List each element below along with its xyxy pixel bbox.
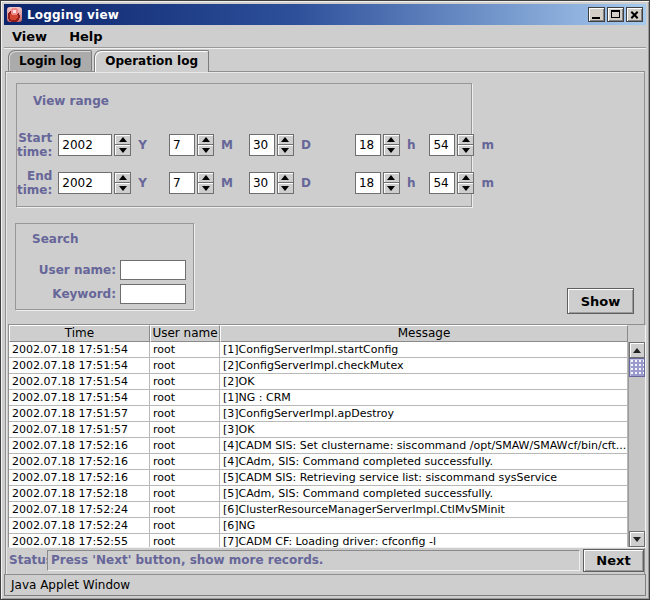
end-minute-input[interactable] [429, 172, 455, 194]
start-month-up-button[interactable] [197, 134, 214, 145]
spin-down-icon [119, 186, 127, 191]
cell-user: root [150, 342, 220, 358]
cell-time: 2002.07.18 17:52:55 [9, 534, 150, 547]
cell-time: 2002.07.18 17:51:57 [9, 406, 150, 422]
start-minute-input[interactable] [429, 134, 455, 156]
scroll-up-button[interactable] [629, 342, 645, 358]
cell-message: [6]ClusterResourceManagerServerImpl.CtlM… [220, 502, 628, 518]
menu-view[interactable]: View [12, 29, 47, 44]
cell-message: [5]CADM SIS: Retrieving service list: si… [220, 470, 628, 486]
column-header-message[interactable]: Message [220, 325, 628, 342]
spin-up-icon [281, 175, 289, 180]
end-month-down-button[interactable] [197, 183, 214, 194]
table-row[interactable]: 2002.07.18 17:51:57 root [3]ConfigServer… [9, 406, 628, 422]
end-year-up-button[interactable] [114, 172, 131, 183]
start-day-input[interactable] [249, 134, 275, 156]
spin-up-icon [462, 137, 470, 142]
maximize-button[interactable] [607, 7, 624, 22]
scrollbar-thumb[interactable] [629, 358, 645, 377]
start-hour-up-button[interactable] [383, 134, 400, 145]
next-button[interactable]: Next [583, 549, 644, 572]
tab-login-log[interactable]: Login log [8, 50, 92, 71]
minute-unit-label: m [481, 138, 494, 152]
minute-unit-label: m [481, 176, 494, 190]
status-message: Press 'Next' button, show more records. [47, 550, 580, 571]
minimize-button[interactable] [588, 7, 605, 22]
year-unit-label: Y [138, 176, 147, 190]
start-day-up-button[interactable] [277, 134, 294, 145]
cell-user: root [150, 502, 220, 518]
start-month-down-button[interactable] [197, 145, 214, 156]
start-hour-input[interactable] [355, 134, 381, 156]
table-row[interactable]: 2002.07.18 17:52:24 root [6]ClusterResou… [9, 502, 628, 518]
end-day-up-button[interactable] [277, 172, 294, 183]
view-range-title: View range [33, 94, 109, 108]
start-year-down-button[interactable] [114, 145, 131, 156]
scrollbar-track[interactable] [629, 377, 645, 531]
scroll-down-button[interactable] [629, 531, 645, 547]
column-header-user[interactable]: User name [150, 325, 220, 342]
cell-user: root [150, 454, 220, 470]
column-header-time[interactable]: Time [9, 325, 150, 342]
cell-time: 2002.07.18 17:51:54 [9, 358, 150, 374]
end-minute-down-button[interactable] [457, 183, 474, 194]
start-year-input[interactable] [58, 134, 112, 156]
start-year-up-button[interactable] [114, 134, 131, 145]
window-title: Logging view [27, 8, 119, 22]
end-day-input[interactable] [249, 172, 275, 194]
end-year-input[interactable] [58, 172, 112, 194]
cell-user: root [150, 422, 220, 438]
table-row[interactable]: 2002.07.18 17:52:55 root [7]CADM CF: Loa… [9, 534, 628, 547]
start-day-down-button[interactable] [277, 145, 294, 156]
start-minute-up-button[interactable] [457, 134, 474, 145]
day-unit-label: D [301, 176, 311, 190]
end-year-spinner: Y [58, 172, 147, 194]
table-body: 2002.07.18 17:51:54 root [1]ConfigServer… [9, 342, 628, 547]
show-button[interactable]: Show [567, 288, 634, 314]
search-group: Search User name: Keyword: [15, 223, 194, 310]
window-controls [588, 7, 643, 22]
user-name-input[interactable] [120, 260, 186, 280]
end-minute-up-button[interactable] [457, 172, 474, 183]
table-row[interactable]: 2002.07.18 17:52:18 root [5]CAdm, SIS: C… [9, 486, 628, 502]
menu-help[interactable]: Help [69, 29, 102, 44]
table-row[interactable]: 2002.07.18 17:51:54 root [2]OK [9, 374, 628, 390]
table-row[interactable]: 2002.07.18 17:51:54 root [1]NG : CRM [9, 390, 628, 406]
app-icon [7, 7, 22, 22]
cell-message: [5]CAdm, SIS: Command completed successf… [220, 486, 628, 502]
tab-operation-log[interactable]: Operation log [94, 50, 209, 72]
table-row[interactable]: 2002.07.18 17:51:57 root [3]OK [9, 422, 628, 438]
table-row[interactable]: 2002.07.18 17:52:24 root [6]NG [9, 518, 628, 534]
table-row[interactable]: 2002.07.18 17:52:16 root [4]CADM SIS: Se… [9, 438, 628, 454]
start-month-input[interactable] [169, 134, 195, 156]
close-button[interactable] [626, 7, 643, 22]
table-row[interactable]: 2002.07.18 17:52:16 root [5]CADM SIS: Re… [9, 470, 628, 486]
spin-up-icon [119, 137, 127, 142]
operation-log-panel: View range Start time: Y [5, 71, 645, 575]
spin-down-icon [202, 186, 210, 191]
year-unit-label: Y [138, 138, 147, 152]
end-month-up-button[interactable] [197, 172, 214, 183]
end-minute-spinner: m [429, 172, 494, 194]
end-month-input[interactable] [169, 172, 195, 194]
menu-bar: View Help [4, 25, 646, 48]
end-year-down-button[interactable] [114, 183, 131, 194]
table-row[interactable]: 2002.07.18 17:51:54 root [2]ConfigServer… [9, 358, 628, 374]
vertical-scrollbar [628, 342, 645, 547]
cell-user: root [150, 438, 220, 454]
table-row[interactable]: 2002.07.18 17:51:54 root [1]ConfigServer… [9, 342, 628, 358]
end-hour-down-button[interactable] [383, 183, 400, 194]
end-hour-up-button[interactable] [383, 172, 400, 183]
end-hour-input[interactable] [355, 172, 381, 194]
cell-time: 2002.07.18 17:52:16 [9, 454, 150, 470]
start-month-spinner: M [169, 134, 233, 156]
start-minute-down-button[interactable] [457, 145, 474, 156]
cell-message: [2]ConfigServerImpl.checkMutex [220, 358, 628, 374]
cell-time: 2002.07.18 17:52:24 [9, 518, 150, 534]
keyword-input[interactable] [120, 284, 186, 304]
end-day-down-button[interactable] [277, 183, 294, 194]
spin-up-icon [462, 175, 470, 180]
spin-up-icon [202, 175, 210, 180]
start-hour-down-button[interactable] [383, 145, 400, 156]
table-row[interactable]: 2002.07.18 17:52:16 root [4]CAdm, SIS: C… [9, 454, 628, 470]
